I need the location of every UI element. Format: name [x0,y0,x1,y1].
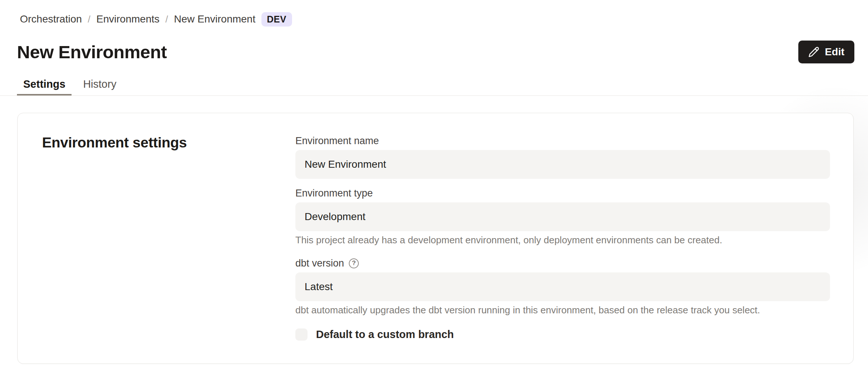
tab-history[interactable]: History [77,78,122,96]
tab-settings[interactable]: Settings [17,78,72,96]
environment-type-label: Environment type [295,187,830,199]
dbt-version-input[interactable] [295,272,830,301]
breadcrumb-environments[interactable]: Environments [96,13,159,25]
dev-badge: DEV [261,12,292,27]
custom-branch-label: Default to a custom branch [316,328,454,341]
environment-settings-page: Orchestration / Environments / New Envir… [0,0,868,376]
title-row: New Environment Edit [17,41,854,63]
custom-branch-row: Default to a custom branch [295,328,830,341]
settings-form: Environment name Environment type This p… [295,135,830,341]
custom-branch-checkbox[interactable] [295,328,308,341]
environment-type-helper-text: This project already has a development e… [295,234,830,246]
breadcrumb-separator: / [166,14,168,25]
edit-button[interactable]: Edit [798,41,854,63]
card-heading: Environment settings [42,135,187,151]
edit-button-label: Edit [825,46,844,58]
tab-bar-divider [0,95,868,96]
tab-bar: Settings History [17,78,123,96]
environment-name-input[interactable] [295,150,830,179]
environment-name-field-group: Environment name [295,135,830,179]
dbt-version-helper-text: dbt automatically upgrades the dbt versi… [295,304,830,316]
breadcrumb-orchestration[interactable]: Orchestration [20,13,82,25]
environment-type-field-group: Environment type This project already ha… [295,187,830,246]
environment-name-label: Environment name [295,135,830,147]
breadcrumb-new-environment: New Environment [174,13,256,25]
dbt-version-label-text: dbt version [295,257,344,269]
environment-type-input[interactable] [295,202,830,231]
environment-settings-card: Environment settings Environment name En… [17,113,854,364]
breadcrumb: Orchestration / Environments / New Envir… [20,12,292,27]
dbt-version-field-group: dbt version ? dbt automatically upgrades… [295,257,830,316]
page-title: New Environment [17,42,167,62]
breadcrumb-separator: / [88,14,90,25]
help-icon[interactable]: ? [349,258,359,268]
pencil-icon [808,46,819,58]
dbt-version-label: dbt version ? [295,257,830,269]
